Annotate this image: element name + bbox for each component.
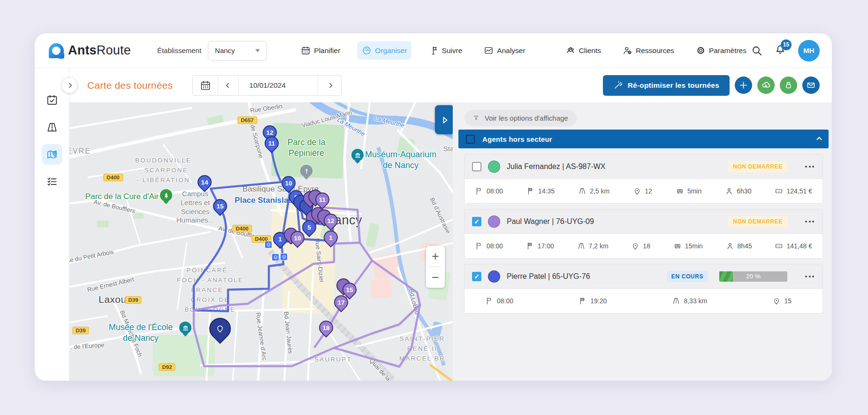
stat-start-flag: 08:00 (475, 187, 503, 195)
chevron-right-icon (327, 83, 332, 88)
agent-checkbox[interactable]: ✓ (472, 217, 481, 226)
current-date: 10/01/2024 (239, 76, 318, 95)
agents-list: Julia Fernandez | AS-987-WX NON DEMARREE… (464, 154, 823, 314)
date-picker: 10/01/2024 (192, 75, 342, 96)
agent-checkbox[interactable]: ✓ (472, 272, 481, 281)
people-icon (566, 46, 576, 55)
zoom-in-button[interactable]: + (426, 246, 445, 267)
route-map[interactable]: ÈVREBOUDONVILLE- SCARPONE- LIBÉRATIONPOI… (69, 102, 453, 381)
calendar-button[interactable] (193, 76, 218, 95)
finish-flag-icon (526, 187, 535, 195)
vehicle-icon (676, 187, 684, 195)
agent-header-row: Julia Fernandez | AS-987-WX NON DEMARREE (464, 154, 822, 179)
stat-road: 7,2 km (577, 242, 609, 250)
pin-icon (633, 187, 641, 195)
person-icon (726, 242, 734, 250)
chevron-up-icon (816, 137, 822, 142)
notifications-button[interactable]: 15 (775, 44, 786, 57)
cloud-download-icon (761, 80, 771, 90)
agent-menu-button[interactable] (804, 163, 815, 170)
search-icon[interactable] (751, 45, 762, 56)
zoom-out-button[interactable]: − (426, 267, 445, 288)
train-icon (273, 255, 278, 260)
stat-money: 124,51 € (775, 187, 812, 195)
mail-icon (806, 80, 816, 90)
nav-item-suivre[interactable]: Suivre (424, 41, 467, 60)
agent-menu-button[interactable] (804, 273, 815, 280)
start-flag-icon (475, 187, 483, 195)
sidebar-item-routes[interactable] (42, 117, 62, 138)
train-icon (282, 254, 287, 260)
nav-item-ressources[interactable]: Ressources (618, 41, 679, 60)
stat-start-flag: 08:00 (485, 297, 513, 305)
nav-item-parametres[interactable]: Paramètres (691, 41, 751, 60)
status-badge: EN COURS (667, 271, 708, 282)
nav-item-organiser[interactable]: Organiser (357, 41, 411, 60)
agent-menu-button[interactable] (804, 218, 815, 225)
agents-group-header: Agents hors secteur (458, 130, 829, 148)
train-icon (266, 242, 271, 247)
checklist-icon (46, 176, 58, 188)
notification-badge: 15 (781, 39, 792, 50)
left-sidebar (35, 68, 69, 381)
agent-name: Julia Fernandez | AS-987-WX (507, 162, 722, 171)
lock-button[interactable] (780, 77, 797, 94)
agent-card: ✓ Paul Wagner | 76-UYG-09 NON DEMARREE 0… (464, 209, 823, 259)
finish-flag-icon (579, 297, 587, 305)
mail-button[interactable] (802, 77, 820, 94)
stat-pin: 12 (633, 187, 652, 195)
nav-item-planifier[interactable]: Planifier (296, 41, 345, 60)
page-title: Carte des tournées (87, 80, 173, 91)
stat-vehicle: 15min (673, 242, 703, 250)
sidebar-item-tasklist[interactable] (42, 171, 62, 192)
agent-color-dot (488, 270, 500, 283)
cloud-download-button[interactable] (757, 77, 775, 94)
agent-color-dot (488, 161, 500, 173)
stat-pin: 18 (631, 242, 650, 250)
avatar[interactable]: MH (798, 40, 820, 61)
person-icon (725, 187, 733, 195)
money-icon (775, 242, 783, 250)
progress-label: 20 % (719, 271, 787, 282)
antsroute-logo-icon (49, 43, 64, 58)
previous-day-button[interactable] (218, 76, 239, 95)
page-toolbar: Carte des tournées 10/01/2024 Ré-optimis… (69, 68, 832, 102)
display-options-button[interactable]: Voir les options d'affichage (464, 110, 577, 126)
sidebar-collapse-button[interactable] (62, 78, 77, 93)
group-title: Agents hors secteur (482, 135, 552, 143)
reoptimize-button[interactable]: Ré-optimiser les tournées (603, 75, 730, 96)
stat-finish-flag: 19:20 (579, 297, 607, 305)
money-icon (775, 187, 783, 195)
signpost-icon (428, 46, 438, 55)
sidebar-item-map[interactable] (42, 144, 62, 165)
establishment-value: Nancy (215, 46, 235, 54)
nav-item-clients[interactable]: Clients (561, 41, 606, 60)
agent-stats-row: 08:00 19:20 8,33 km 15 (464, 289, 822, 313)
collapse-group-button[interactable] (817, 135, 821, 143)
establishment-select[interactable]: Nancy (208, 41, 267, 61)
agent-checkbox[interactable] (472, 162, 481, 171)
transit-stop-icon (272, 254, 279, 261)
pin-icon (772, 297, 781, 305)
nav-item-analyser[interactable]: Analyser (479, 41, 530, 60)
sidebar-item-planning[interactable] (42, 90, 62, 110)
panel-expand-button[interactable] (435, 105, 453, 134)
agent-color-dot (488, 215, 500, 228)
agent-name: Pierre Patel | 65-UYG-76 (507, 272, 660, 281)
stat-finish-flag: 14:35 (526, 187, 555, 195)
road-icon (577, 242, 586, 250)
add-button[interactable] (735, 77, 752, 94)
stat-money: 141,48 € (775, 242, 812, 250)
chevron-right-icon (67, 83, 72, 88)
start-flag-icon (485, 297, 494, 305)
stat-person: 6h30 (725, 187, 751, 195)
progress-bar: 20 % (719, 271, 787, 282)
route-lines (69, 102, 453, 381)
agents-panel: Voir les options d'affichage Agents hors… (453, 102, 832, 381)
road-icon (46, 121, 58, 133)
brand-logo[interactable]: AntsRoute (49, 43, 131, 58)
transit-stop-icon (265, 241, 272, 248)
next-day-button[interactable] (318, 76, 341, 95)
stat-person: 8h45 (726, 242, 752, 250)
group-checkbox[interactable] (466, 135, 475, 144)
